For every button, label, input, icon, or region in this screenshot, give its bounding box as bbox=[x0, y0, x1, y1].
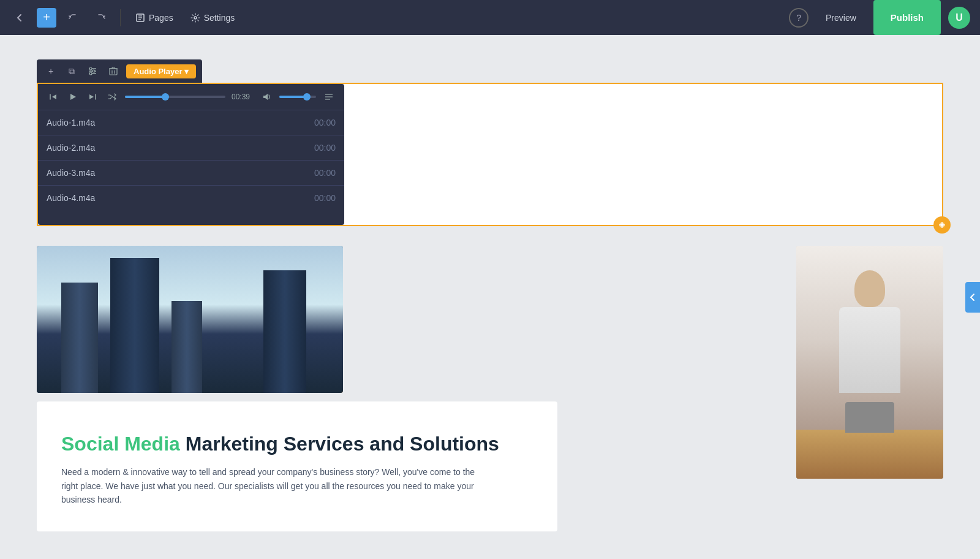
headline-dark: Marketing Services and Solutions bbox=[186, 433, 499, 455]
pages-button[interactable]: Pages bbox=[130, 10, 178, 25]
headline-green: Social Media bbox=[61, 433, 180, 455]
track-1[interactable]: Audio-1.m4a 00:00 bbox=[38, 110, 344, 135]
volume-thumb bbox=[303, 93, 311, 101]
play-button[interactable] bbox=[66, 90, 80, 104]
headline: Social Media Marketing Services and Solu… bbox=[61, 432, 533, 455]
empty-section bbox=[344, 84, 942, 225]
track-4[interactable]: Audio-4.m4a 00:00 bbox=[38, 186, 344, 210]
track-4-duration: 00:00 bbox=[314, 193, 336, 203]
svg-point-9 bbox=[92, 70, 95, 72]
below-content: Social Media Marketing Services and Solu… bbox=[37, 246, 943, 531]
volume-button[interactable] bbox=[260, 90, 273, 104]
track-1-duration: 00:00 bbox=[314, 118, 336, 127]
add-widget-button[interactable]: + bbox=[43, 63, 59, 79]
selection-wrapper: 00:39 bbox=[37, 83, 943, 226]
duplicate-icon: ⧉ bbox=[69, 66, 75, 77]
widget-toolbar: + ⧉ bbox=[37, 59, 202, 83]
track-3-name: Audio-3.m4a bbox=[47, 168, 95, 178]
avatar-label: U bbox=[956, 12, 963, 23]
redo-button[interactable] bbox=[91, 8, 110, 28]
track-3-duration: 00:00 bbox=[314, 168, 336, 178]
progress-fill bbox=[125, 96, 165, 98]
shuffle-button[interactable] bbox=[105, 90, 119, 104]
track-1-name: Audio-1.m4a bbox=[47, 118, 95, 127]
left-content: Social Media Marketing Services and Solu… bbox=[37, 246, 796, 531]
track-list: Audio-1.m4a 00:00 Audio-2.m4a 00:00 Audi… bbox=[38, 110, 344, 210]
svg-point-10 bbox=[89, 72, 92, 75]
audio-player-widget: + ⧉ bbox=[37, 59, 943, 226]
delete-widget-button[interactable] bbox=[105, 63, 121, 79]
back-button[interactable] bbox=[10, 8, 29, 28]
pages-label: Pages bbox=[149, 13, 173, 23]
person-image bbox=[796, 246, 943, 479]
add-element-button[interactable]: + bbox=[37, 8, 56, 28]
audio-player-label-button[interactable]: Audio Player ▾ bbox=[126, 64, 196, 78]
help-icon: ? bbox=[796, 13, 801, 23]
avatar[interactable]: U bbox=[948, 7, 970, 29]
track-2-duration: 00:00 bbox=[314, 143, 336, 153]
track-2[interactable]: Audio-2.m4a 00:00 bbox=[38, 135, 344, 161]
prev-button[interactable] bbox=[47, 90, 60, 104]
settings-label: Settings bbox=[204, 13, 235, 23]
add-icon: + bbox=[48, 66, 53, 76]
track-3[interactable]: Audio-3.m4a 00:00 bbox=[38, 161, 344, 186]
preview-button[interactable]: Preview bbox=[816, 9, 866, 26]
widget-settings-button[interactable] bbox=[85, 63, 100, 79]
track-2-name: Audio-2.m4a bbox=[47, 143, 95, 153]
track-4-name: Audio-4.m4a bbox=[47, 193, 95, 203]
topnav: + Pages Settings ? Preview Publish bbox=[0, 0, 980, 35]
volume-bar[interactable] bbox=[279, 96, 316, 98]
audio-player-block: 00:39 bbox=[38, 84, 344, 225]
canvas: + ⧉ bbox=[0, 35, 980, 559]
publish-button[interactable]: Publish bbox=[873, 0, 941, 35]
progress-thumb bbox=[162, 93, 169, 101]
time-display: 00:39 bbox=[232, 93, 254, 101]
progress-bar[interactable] bbox=[125, 96, 225, 98]
audio-controls: 00:39 bbox=[38, 84, 344, 110]
content-area: Social Media Marketing Services and Solu… bbox=[37, 401, 557, 531]
settings-button[interactable]: Settings bbox=[186, 10, 240, 25]
divider bbox=[120, 9, 121, 26]
dropdown-arrow-icon: ▾ bbox=[184, 67, 189, 76]
right-panel-toggle[interactable] bbox=[965, 282, 980, 313]
duplicate-widget-button[interactable]: ⧉ bbox=[64, 63, 80, 79]
svg-point-4 bbox=[194, 17, 197, 19]
resize-handle[interactable] bbox=[933, 216, 951, 234]
undo-button[interactable] bbox=[64, 8, 83, 28]
body-text: Need a modern & innovative way to tell a… bbox=[61, 465, 490, 506]
building-image bbox=[37, 246, 343, 393]
plus-icon: + bbox=[43, 10, 50, 25]
svg-point-8 bbox=[89, 67, 92, 70]
svg-rect-11 bbox=[110, 69, 117, 75]
playlist-button[interactable] bbox=[322, 90, 336, 104]
help-button[interactable]: ? bbox=[789, 8, 809, 28]
next-button[interactable] bbox=[86, 90, 99, 104]
